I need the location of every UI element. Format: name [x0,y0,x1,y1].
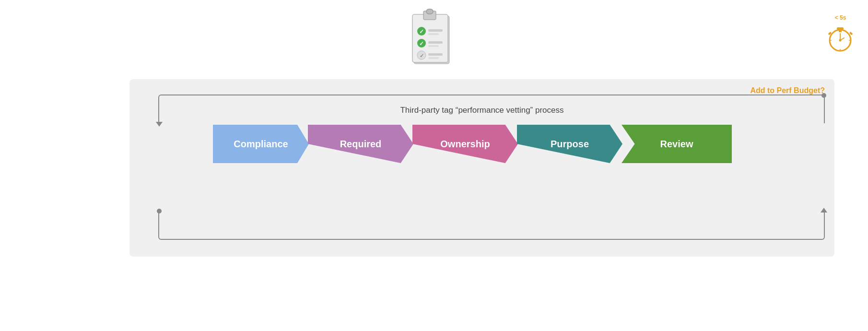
step-compliance: Compliance [213,125,309,163]
svg-rect-15 [428,57,439,59]
step-compliance-label: Compliance [234,139,288,150]
timer-icon [827,22,854,53]
svg-rect-14 [428,53,443,56]
svg-point-24 [839,39,842,42]
feedback-arrow-bottom [158,211,825,240]
main-container: Add to Perf Budget? Third-party tag “per… [129,79,834,257]
svg-rect-19 [837,27,844,30]
step-review: Review [622,125,732,163]
process-flow: Compliance Required Ownership Purpose Re… [129,125,834,163]
step-ownership-label: Ownership [440,139,490,150]
svg-rect-7 [428,33,439,35]
svg-text:✓: ✓ [419,40,424,47]
step-required-label: Required [340,139,382,150]
step-required: Required [308,125,413,163]
svg-rect-3 [426,9,433,14]
timer-section: < 5s [827,14,854,53]
step-purpose: Purpose [517,125,622,163]
perf-budget-label: Add to Perf Budget? [750,86,825,95]
step-ownership: Ownership [412,125,518,163]
process-title: Third-party tag “performance vetting” pr… [129,106,834,115]
step-review-label: Review [660,139,693,150]
svg-text:✓: ✓ [420,53,424,59]
svg-rect-11 [428,45,439,47]
timer-label: < 5s [835,14,846,21]
svg-rect-6 [428,29,443,32]
step-purpose-label: Purpose [551,139,589,150]
svg-rect-10 [428,41,443,44]
svg-text:✓: ✓ [419,28,424,35]
clipboard-icon: ✓ ✓ ✓ [410,7,453,74]
